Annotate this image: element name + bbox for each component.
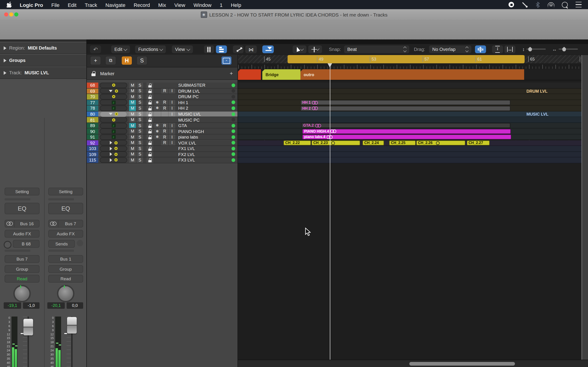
track-row-90[interactable]: 90♪MS❄RIPIANO HIGH: [87, 129, 237, 134]
horizontal-scrollbar[interactable]: [238, 360, 588, 367]
strip-setting-button[interactable]: Setting: [48, 188, 83, 195]
track-tree-cell[interactable]: ♪: [98, 100, 129, 105]
pan-value[interactable]: -1,0: [23, 302, 40, 309]
solo-cell[interactable]: S: [137, 134, 144, 140]
protect-cell[interactable]: [147, 146, 154, 151]
edit-menu-button[interactable]: Edit: [111, 45, 130, 53]
track-icon-pill[interactable]: [100, 140, 127, 146]
track-name[interactable]: FX3 LVL: [176, 157, 229, 163]
strip-group-button[interactable]: Group: [48, 265, 83, 273]
track-name[interactable]: GTA: [176, 123, 229, 128]
menu-item-help[interactable]: Help: [231, 2, 241, 8]
marker-outro[interactable]: outro: [300, 69, 524, 80]
zoom-slider-thumb[interactable]: [528, 47, 532, 51]
send-level-bar[interactable]: [48, 250, 74, 252]
menu-item-navigate[interactable]: Navigate: [105, 2, 125, 8]
record-ready-dot[interactable]: [229, 88, 237, 94]
mute-cell[interactable]: M: [129, 100, 137, 105]
track-tree-cell[interactable]: [98, 157, 129, 163]
track-name[interactable]: VOX LVL: [176, 140, 229, 145]
input-monitor-cell[interactable]: I: [169, 111, 176, 117]
marker-track-header[interactable]: Marker +: [87, 67, 237, 80]
wifi-icon[interactable]: [548, 2, 554, 7]
track-tree-cell[interactable]: [98, 88, 129, 94]
mute-cell[interactable]: M: [129, 129, 137, 134]
record-ready-dot[interactable]: [229, 83, 237, 88]
record-ready-dot[interactable]: [229, 123, 237, 128]
strip-input-button[interactable]: Bus 16: [5, 220, 40, 227]
freeze-cell[interactable]: ❄: [154, 129, 161, 134]
strip-send-button[interactable]: B 68: [13, 240, 40, 248]
protect-cell[interactable]: [147, 106, 154, 111]
region-hh-2[interactable]: HH 2: [300, 106, 510, 111]
grid-view-button[interactable]: [204, 45, 214, 53]
track-icon-pill[interactable]: [100, 117, 127, 123]
track-row-92[interactable]: 92MSRIVOX LVL: [87, 140, 237, 146]
strip-output-button[interactable]: Bus 7: [5, 255, 40, 263]
track-name[interactable]: piano labs: [176, 134, 229, 140]
record-enable-cell[interactable]: R: [161, 100, 169, 105]
region-ch-2-23[interactable]: CH_2.23: [311, 140, 360, 145]
input-monitor-cell[interactable]: I: [169, 129, 176, 134]
solo-cell[interactable]: S: [137, 94, 144, 99]
track-name[interactable]: DRUM PC: [176, 94, 229, 99]
horizontal-zoom-slider[interactable]: ↔: [552, 47, 578, 51]
freeze-cell[interactable]: ❄: [154, 100, 161, 105]
lane-115[interactable]: [238, 157, 582, 163]
view-menu-button[interactable]: View: [172, 45, 193, 53]
waveform-zoom-button[interactable]: [475, 45, 486, 53]
record-enable-cell[interactable]: R: [161, 129, 169, 134]
freeze-cell[interactable]: ❄: [154, 134, 161, 140]
track-name[interactable]: HH 1: [176, 100, 229, 105]
track-row-77[interactable]: 77♪MS❄RIHH 1: [87, 100, 237, 106]
lock-icon[interactable]: [91, 71, 95, 76]
drag-select[interactable]: No Overlap: [429, 45, 471, 53]
lane-70[interactable]: [238, 94, 582, 100]
strip-eq-button[interactable]: EQ: [48, 203, 83, 214]
functions-menu-button[interactable]: Functions: [135, 45, 166, 53]
protect-cell[interactable]: [147, 129, 154, 134]
disclosure-closed-icon[interactable]: [110, 141, 112, 145]
track-name[interactable]: HH 2: [176, 106, 229, 111]
mute-cell[interactable]: M: [129, 111, 137, 117]
menu-item-edit[interactable]: Edit: [68, 2, 77, 8]
record-ready-dot[interactable]: [229, 134, 237, 140]
freeze-cell[interactable]: ❄: [154, 123, 161, 128]
region-ch-2-25[interactable]: CH_2.25: [389, 140, 416, 145]
track-row-91[interactable]: 91♪MS❄RIpiano labs: [87, 134, 237, 140]
track-icon-pill[interactable]: [100, 83, 127, 88]
input-monitor-cell[interactable]: I: [169, 100, 176, 105]
screen-record-icon[interactable]: [509, 2, 514, 7]
protect-cell[interactable]: [147, 88, 154, 94]
vertical-scrollbar-track[interactable]: [582, 55, 588, 360]
input-monitor-cell[interactable]: I: [169, 123, 176, 128]
menu-item-file[interactable]: File: [51, 2, 59, 8]
menu-list-icon[interactable]: [576, 2, 582, 7]
add-marker-button[interactable]: +: [230, 70, 233, 77]
track-tree-cell[interactable]: [98, 94, 129, 99]
strip-setting-button[interactable]: Setting: [5, 188, 40, 195]
tracks-view-button[interactable]: [216, 45, 227, 53]
track-header-config-button[interactable]: ⌄: [221, 56, 232, 65]
track-row-81[interactable]: 81MSMUSIC PC: [87, 117, 237, 123]
track-tree-cell[interactable]: [98, 111, 129, 117]
tracks-area[interactable]: 4549535761656 Bridgeoutro DRUM LVLMUSIC …: [238, 55, 588, 360]
solo-cell[interactable]: S: [137, 117, 144, 123]
track-tree-cell[interactable]: ♪: [98, 134, 129, 140]
track-name[interactable]: FX2 LVL: [176, 152, 229, 157]
track-row-69[interactable]: 69MSRIDRUM LVL: [87, 88, 237, 94]
track-name[interactable]: PIANO HIGH: [176, 129, 229, 134]
solo-cell[interactable]: S: [137, 129, 144, 134]
strip-audiofx-button[interactable]: Audio FX: [48, 230, 83, 238]
menu-item-1[interactable]: 1: [220, 2, 223, 8]
strip-automation-button[interactable]: Read: [48, 275, 83, 283]
track-tree-cell[interactable]: [98, 152, 129, 157]
solo-cell[interactable]: S: [137, 83, 144, 88]
menu-item-mix[interactable]: Mix: [158, 2, 166, 8]
secondary-tool-button[interactable]: [308, 45, 322, 53]
project-proxy-icon[interactable]: ◉: [200, 11, 207, 18]
solo-cell[interactable]: S: [137, 157, 144, 163]
add-track-button[interactable]: +: [90, 56, 101, 65]
solo-cell[interactable]: S: [137, 111, 144, 117]
strip-input-button[interactable]: Bus 7: [48, 220, 83, 227]
